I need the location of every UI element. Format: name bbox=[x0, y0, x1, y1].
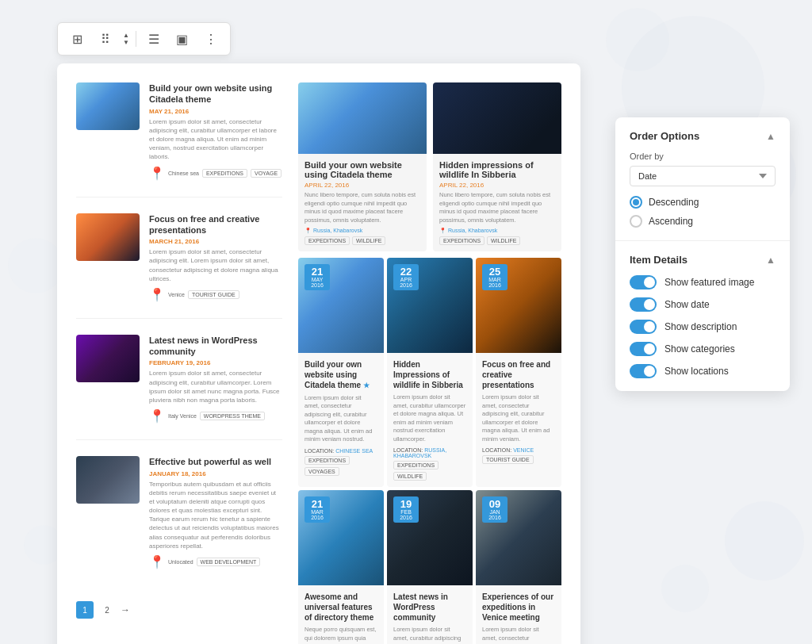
grid-post-excerpt: Lorem ipsum dolor sit amet, consectetur … bbox=[304, 394, 377, 444]
post-thumbnail bbox=[76, 456, 140, 504]
post-tags: 📍 Chinese sea EXPEDITIONS VOYAGE bbox=[149, 166, 282, 181]
page-button-2[interactable]: 2 bbox=[98, 601, 116, 619]
list-view-button[interactable]: ☰ bbox=[143, 28, 165, 50]
grid-post-excerpt: Neque porro quisquam est, qui dolorem ip… bbox=[304, 626, 377, 644]
item-details-title: Item Details bbox=[630, 254, 688, 266]
list-layout-section: Build your own website using Citadela th… bbox=[76, 82, 282, 619]
pin-icon: 📍 bbox=[149, 287, 165, 302]
tag-item[interactable]: VOYAGE bbox=[251, 169, 282, 178]
grid-row-1: 21 MAY 2016 Build your own website using… bbox=[298, 258, 561, 487]
layout-grid-button[interactable]: ⊞ bbox=[66, 28, 88, 50]
arrow-up-icon[interactable]: ▲ bbox=[123, 33, 129, 39]
toggle-date: Show date bbox=[630, 297, 776, 312]
collapse-icon[interactable]: ▲ bbox=[766, 131, 776, 142]
tag-item[interactable]: WEB DEVELOPMENT bbox=[197, 558, 261, 566]
tag-item[interactable]: EXPEDITIONS bbox=[304, 236, 350, 245]
post-tags: 📍 Italy Venice WORDPRESS THEME bbox=[149, 408, 282, 424]
featured-image-toggle[interactable] bbox=[630, 275, 657, 289]
grid-post-title[interactable]: Hidden Impressions of wildlife in Sibber… bbox=[393, 359, 466, 390]
order-stepper[interactable]: ▲ ▼ bbox=[123, 33, 129, 46]
tag-item[interactable]: EXPEDITIONS bbox=[439, 236, 485, 245]
tag-item[interactable]: WILDLIFE bbox=[487, 236, 520, 245]
more-options-button[interactable]: ⋮ bbox=[200, 28, 222, 50]
tag-item[interactable]: WILDLIFE bbox=[393, 472, 427, 481]
post-location[interactable]: Italy Venice bbox=[168, 413, 197, 419]
toggle-label: Show date bbox=[665, 299, 710, 310]
order-by-label: Order by bbox=[630, 151, 776, 161]
grid-post-tags: EXPEDITIONS WILDLIFE bbox=[393, 461, 466, 481]
arrow-down-icon[interactable]: ▼ bbox=[123, 40, 129, 46]
tag-item[interactable]: WILDLIFE bbox=[352, 236, 385, 245]
grid-post-location: LOCATION: Venice bbox=[482, 447, 555, 453]
toggle-description: Show description bbox=[630, 320, 776, 334]
post-date: MARCH 21, 2016 bbox=[149, 238, 282, 245]
grid-layout-section: Build your own website using Citadela th… bbox=[298, 82, 561, 644]
post-content: Latest news in WordPress community FEBRU… bbox=[149, 335, 282, 424]
grid-post-tags: TOURIST GUIDE bbox=[482, 455, 555, 464]
grid-post-tags: EXPEDITIONS VOYAGES bbox=[304, 456, 377, 476]
post-location[interactable]: Chinese sea bbox=[168, 171, 199, 176]
grid-post-title[interactable]: Build your own website using Citadela th… bbox=[304, 359, 377, 391]
post-content: Effective but powerful as well JANUARY 1… bbox=[149, 456, 282, 569]
grid-post-excerpt: Lorem ipsum dolor sit amet, consectetur … bbox=[482, 626, 555, 644]
grid-post-title[interactable]: Focus on free and creative presentations bbox=[482, 359, 555, 390]
featured-post-excerpt: Nunc libero tempore, cum soluta nobis es… bbox=[439, 191, 555, 224]
tag-item[interactable]: EXPEDITIONS bbox=[202, 169, 247, 178]
post-excerpt: Lorem ipsum dolor sit amet, consectetur … bbox=[149, 247, 282, 283]
featured-post-title[interactable]: Hidden impressions of wildlife In Sibber… bbox=[439, 160, 555, 179]
tag-item[interactable]: EXPEDITIONS bbox=[304, 456, 350, 465]
featured-post-title[interactable]: Build your own website using Citadela th… bbox=[304, 160, 420, 179]
featured-post-tags: EXPEDITIONS WILDLIFE bbox=[439, 236, 555, 245]
tag-item[interactable]: VOYAGES bbox=[304, 467, 339, 476]
tag-item[interactable]: EXPEDITIONS bbox=[393, 461, 439, 470]
item-details-section: Item Details ▲ Show featured image Show … bbox=[615, 240, 790, 391]
grid-post-excerpt: Lorem ipsum dolor sit amet, curabitur ul… bbox=[393, 393, 466, 443]
collapse-icon[interactable]: ▲ bbox=[766, 255, 776, 266]
page-button-1[interactable]: 1 bbox=[76, 601, 94, 619]
order-by-select[interactable]: Date Title Author bbox=[630, 166, 776, 186]
grid-post-excerpt: Lorem ipsum dolor sit amet, consectetur … bbox=[482, 393, 555, 443]
toggle-locations: Show locations bbox=[630, 364, 776, 378]
locations-toggle[interactable] bbox=[630, 364, 657, 378]
description-toggle[interactable] bbox=[630, 320, 657, 334]
order-options-panel: Order Options ▲ Order by Date Title Auth… bbox=[615, 117, 790, 391]
grid-post-image: 22 APR 2016 bbox=[387, 258, 473, 353]
grid-post-image: 25 MAR 2016 bbox=[476, 258, 561, 353]
grid-post-title[interactable]: Latest news in WordPress community bbox=[393, 592, 466, 623]
featured-post-body: Build your own website using Citadela th… bbox=[298, 154, 427, 251]
toggle-label: Show categories bbox=[665, 343, 735, 355]
post-title[interactable]: Effective but powerful as well bbox=[149, 456, 282, 467]
image-view-button[interactable]: ▣ bbox=[171, 28, 193, 50]
categories-toggle[interactable] bbox=[630, 342, 657, 356]
grid-post-body: Focus on free and creative presentations… bbox=[476, 353, 561, 470]
tag-item[interactable]: TOURIST GUIDE bbox=[188, 290, 239, 299]
post-title[interactable]: Latest news in WordPress community bbox=[149, 335, 282, 358]
tag-item[interactable]: WORDPRESS THEME bbox=[200, 412, 265, 420]
drag-icon: ⠿ bbox=[101, 32, 110, 47]
post-title[interactable]: Build your own website using Citadela th… bbox=[149, 82, 282, 105]
toggle-label: Show locations bbox=[665, 366, 729, 377]
drag-handle-button[interactable]: ⠿ bbox=[94, 28, 117, 50]
sort-descending-option[interactable]: Descending bbox=[630, 196, 776, 209]
radio-descending[interactable] bbox=[630, 196, 642, 209]
post-excerpt: Temporibus autem quibusdam et aut offici… bbox=[149, 480, 282, 551]
post-thumbnail bbox=[76, 213, 140, 261]
featured-post-location: 📍 Russia, Khabarovsk bbox=[304, 228, 420, 234]
date-toggle[interactable] bbox=[630, 297, 657, 312]
list-item: Latest news in WordPress community FEBRU… bbox=[76, 335, 282, 440]
toolbar-divider bbox=[136, 31, 136, 47]
post-location[interactable]: Venice bbox=[168, 292, 185, 297]
grid-post-card: 09 JAN 2016 Experiences of our expeditio… bbox=[476, 490, 561, 644]
toggle-featured-image: Show featured image bbox=[630, 275, 776, 289]
grid-post-title[interactable]: Experiences of our expeditions in Venice… bbox=[482, 592, 555, 623]
tag-item[interactable]: TOURIST GUIDE bbox=[482, 455, 534, 464]
post-title[interactable]: Focus on free and creative presentations bbox=[149, 213, 282, 236]
date-badge: 09 JAN 2016 bbox=[482, 496, 508, 523]
featured-post-image bbox=[433, 82, 561, 154]
toggle-categories: Show categories bbox=[630, 342, 776, 356]
grid-post-title[interactable]: Awesome and universal features of direct… bbox=[304, 592, 377, 623]
sort-ascending-option[interactable]: Ascending bbox=[630, 215, 776, 228]
next-page-arrow[interactable]: → bbox=[121, 604, 130, 615]
post-location[interactable]: Unlocated bbox=[168, 559, 193, 565]
radio-ascending[interactable] bbox=[630, 215, 642, 228]
